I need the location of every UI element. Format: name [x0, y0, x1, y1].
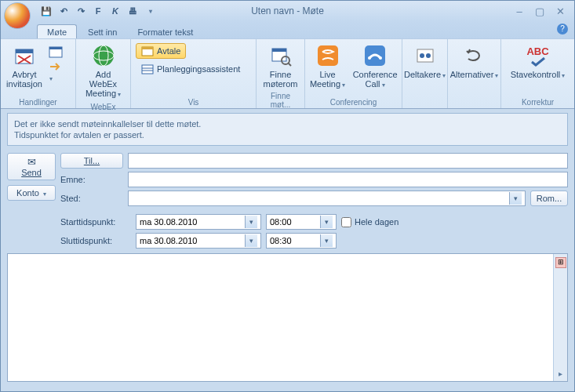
- help-icon[interactable]: ?: [557, 24, 568, 34]
- til-input[interactable]: [128, 153, 568, 169]
- office-button[interactable]: [4, 2, 31, 29]
- svg-point-6: [93, 45, 114, 66]
- maximize-button[interactable]: ▢: [533, 5, 546, 17]
- chevron-down-icon[interactable]: ▾: [320, 216, 333, 228]
- til-button[interactable]: Til...: [60, 153, 123, 169]
- attendees-icon: [413, 43, 438, 68]
- rom-button[interactable]: Rom...: [530, 191, 568, 206]
- qat-customize-icon[interactable]: [144, 5, 156, 17]
- chevron-down-icon[interactable]: ▾: [245, 234, 257, 247]
- svg-rect-5: [49, 47, 62, 49]
- svg-point-20: [368, 56, 371, 60]
- svg-point-21: [379, 56, 382, 60]
- body-textarea[interactable]: [8, 254, 553, 381]
- scheduling-icon: [141, 64, 154, 74]
- calendar-cancel-icon: [12, 43, 37, 68]
- minimize-button[interactable]: –: [513, 5, 526, 17]
- end-date-combo[interactable]: ma 30.08.2010▾: [136, 233, 261, 249]
- start-date-combo[interactable]: ma 30.08.2010▾: [136, 214, 261, 230]
- live-meeting-button[interactable]: Live Meeting: [308, 42, 347, 92]
- emne-input[interactable]: [128, 172, 568, 187]
- sluttidspunkt-label: Sluttidspunkt:: [60, 236, 131, 245]
- hele-dagen-checkbox[interactable]: Hele dagen: [341, 217, 404, 227]
- conference-call-button[interactable]: Conference Call: [351, 42, 398, 92]
- group-label-handlinger: Handlinger: [5, 96, 71, 107]
- start-time-combo[interactable]: 08:00▾: [266, 214, 337, 230]
- options-icon: [462, 43, 487, 68]
- group-label-vis: Vis: [136, 96, 251, 107]
- avbryt-invitasjon-button[interactable]: Avbryt invitasjon: [5, 42, 43, 90]
- conference-call-icon: [362, 43, 388, 68]
- tab-mote[interactable]: Møte: [37, 24, 77, 38]
- side-panel-icon[interactable]: ⊞: [555, 257, 566, 268]
- svg-rect-10: [142, 47, 153, 49]
- chevron-down-icon[interactable]: ▾: [320, 234, 333, 247]
- envelope-icon: ✉: [8, 156, 55, 168]
- appointment-icon: [141, 45, 154, 56]
- side-panel-arrow-icon[interactable]: ▸: [559, 369, 562, 378]
- deltakere-button[interactable]: Deltakere: [404, 42, 446, 82]
- italic-icon[interactable]: K: [109, 5, 122, 17]
- spellcheck-icon: ABC: [526, 43, 551, 68]
- live-meeting-icon: [315, 43, 340, 68]
- tab-sett-inn[interactable]: Sett inn: [78, 25, 126, 38]
- calendar-small-icon[interactable]: [48, 45, 64, 59]
- bold-icon[interactable]: F: [92, 5, 104, 17]
- group-label-korrektur: Korrektur: [506, 96, 570, 107]
- save-icon[interactable]: 💾: [40, 5, 53, 17]
- group-label-finne: Finne møt...: [261, 90, 300, 110]
- close-button[interactable]: ✕: [554, 5, 566, 17]
- redo-icon[interactable]: ↷: [75, 5, 87, 17]
- sted-label: Sted:: [60, 194, 123, 203]
- tab-formater-tekst[interactable]: Formater tekst: [128, 25, 202, 38]
- group-label-webex: WebEx: [81, 101, 126, 112]
- svg-point-24: [426, 53, 431, 58]
- svg-rect-11: [142, 65, 153, 74]
- stavekontroll-button[interactable]: ABC Stavekontroll: [509, 42, 567, 82]
- svg-rect-18: [318, 45, 338, 66]
- webex-icon: [91, 43, 116, 68]
- emne-label: Emne:: [60, 175, 123, 184]
- sted-combo[interactable]: ▾: [128, 191, 526, 206]
- starttidspunkt-label: Starttidspunkt:: [60, 217, 131, 227]
- print-icon[interactable]: 🖶: [126, 5, 139, 17]
- send-button[interactable]: ✉ Send: [7, 153, 56, 180]
- svg-point-23: [420, 53, 424, 58]
- add-webex-meeting-button[interactable]: Add WebEx Meeting: [81, 42, 126, 101]
- svg-rect-1: [16, 49, 33, 53]
- alternativer-button[interactable]: Alternativer: [449, 42, 500, 82]
- group-label-conferencing: Conferencing: [310, 96, 397, 107]
- undo-icon[interactable]: ↶: [57, 5, 70, 17]
- forward-small-icon[interactable]: [48, 60, 64, 82]
- svg-rect-15: [272, 49, 286, 52]
- chevron-down-icon[interactable]: ▾: [509, 192, 522, 205]
- info-bar: Det er ikke sendt møteinnkallelser til d…: [7, 113, 568, 146]
- konto-button[interactable]: Konto: [7, 185, 56, 201]
- avtale-button[interactable]: Avtale: [136, 43, 186, 59]
- finne-moterom-button[interactable]: Finne møterom: [261, 42, 300, 90]
- end-time-combo[interactable]: 08:30▾: [266, 233, 337, 249]
- planleggingsassistent-button[interactable]: Planleggingsassistent: [136, 61, 246, 77]
- chevron-down-icon[interactable]: ▾: [245, 216, 257, 228]
- find-room-icon: [268, 43, 293, 68]
- svg-line-17: [288, 63, 291, 66]
